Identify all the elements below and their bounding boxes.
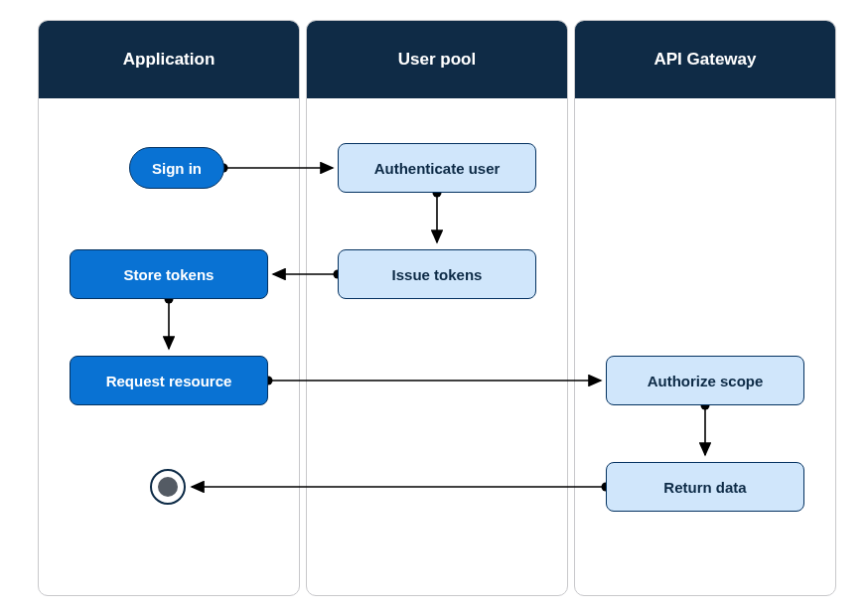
- terminal-end-inner: [158, 477, 178, 497]
- lane-application: Application: [38, 20, 300, 596]
- node-authorize-scope: Authorize scope: [606, 356, 804, 405]
- lane-header-userpool: User pool: [307, 21, 567, 98]
- node-label: Authorize scope: [648, 373, 764, 389]
- node-label: Store tokens: [124, 266, 215, 283]
- node-authenticate-user: Authenticate user: [338, 143, 536, 193]
- node-label: Sign in: [152, 160, 202, 177]
- node-label: Request resource: [106, 373, 232, 389]
- flow-diagram: Application User pool API Gateway: [0, 0, 868, 613]
- terminal-end-icon: [150, 469, 186, 505]
- node-issue-tokens: Issue tokens: [338, 249, 536, 299]
- lane-title: Application: [123, 50, 216, 70]
- lane-header-apigateway: API Gateway: [575, 21, 835, 98]
- lane-userpool: User pool: [306, 20, 568, 596]
- node-sign-in: Sign in: [129, 147, 224, 189]
- node-request-resource: Request resource: [70, 356, 268, 405]
- node-label: Issue tokens: [392, 266, 483, 283]
- node-label: Return data: [663, 479, 746, 496]
- node-return-data: Return data: [606, 462, 804, 512]
- lane-title: API Gateway: [654, 50, 757, 70]
- lane-header-application: Application: [39, 21, 299, 98]
- lane-title: User pool: [398, 50, 476, 70]
- node-label: Authenticate user: [374, 160, 501, 177]
- node-store-tokens: Store tokens: [70, 249, 268, 299]
